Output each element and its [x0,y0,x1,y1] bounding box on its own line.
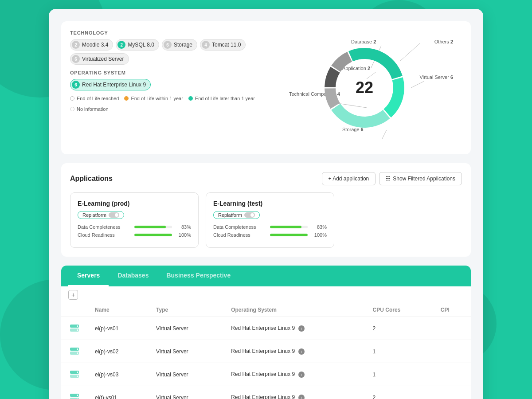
metric-label: Cloud Readiness [78,232,131,238]
metric-label: Data Completeness [213,224,266,230]
data-table: NameTypeOperating SystemCPU CoresCPI el(… [61,303,471,399]
label-others: Others 2 [434,39,453,44]
app-card[interactable]: E-Learning (test) Replatform Data Comple… [206,192,334,248]
row-cpi [434,386,471,399]
metric-value: 100% [176,232,191,238]
table-header-type: Type [149,303,224,317]
table-row[interactable]: el(t)-vs01 Virtual Server Red Hat Enterp… [61,386,471,399]
metric-bar-fill [134,226,166,228]
svg-point-16 [77,372,78,373]
metric-row-readiness: Cloud Readiness 100% [78,232,191,238]
metric-label: Data Completeness [78,224,131,230]
row-name: el(p)-vs01 [88,317,149,340]
metric-bar-bg [270,234,308,236]
row-icon-cell [61,317,88,340]
tab-item-business-perspective[interactable]: Business Perspective [157,266,239,286]
show-filtered-button[interactable]: ☷ Show Filtered Applications [379,172,462,185]
os-info-icon[interactable]: i [298,372,305,378]
technology-tag[interactable]: 2MySQL 8.0 [116,39,159,51]
table-row[interactable]: el(p)-vs01 Virtual Server Red Hat Enterp… [61,317,471,340]
app-card[interactable]: E-Learning (prod) Replatform Data Comple… [70,192,199,248]
table-header-cpi: CPI [434,303,471,317]
row-cpi [434,340,471,363]
row-os: Red Hat Enterprise Linux 9 i [224,340,365,363]
metric-bar-fill [270,226,301,228]
table-row[interactable]: el(p)-vs02 Virtual Server Red Hat Enterp… [61,340,471,363]
table-header-row: NameTypeOperating SystemCPU CoresCPI [61,303,471,317]
table-header-operating-system: Operating System [224,303,365,317]
metric-value: 83% [311,224,327,230]
metric-bar-bg [134,234,172,236]
svg-point-17 [77,376,78,377]
row-cpu: 1 [366,340,434,363]
legend-item: End of Life later than 1 year [188,96,255,101]
tab-item-servers[interactable]: Servers [68,266,109,286]
os-info-icon[interactable]: i [298,395,305,399]
technology-tag[interactable]: 2Moodle 3.4 [70,39,113,51]
tab-item-databases[interactable]: Databases [109,266,157,286]
row-type: Virtual Server [149,386,224,399]
metric-value: 83% [176,224,191,230]
table-header-cpu-cores: CPU Cores [366,303,434,317]
table-head: NameTypeOperating SystemCPU CoresCPI [61,303,471,317]
server-icon [68,322,81,334]
donut-segment [331,52,352,72]
technology-tag[interactable]: 6Storage [162,39,197,51]
row-name: el(p)-vs02 [88,340,149,363]
legend-item: End of Life within 1 year [124,96,183,101]
os-info-icon[interactable]: i [298,325,305,332]
metric-label: Cloud Readiness [213,232,266,238]
table-header-name: Name [88,303,149,317]
table-section: ServersDatabasesBusiness Perspective + N… [61,266,471,399]
svg-point-9 [77,329,78,331]
row-icon-cell [61,386,88,399]
row-os: Red Hat Enterprise Linux 9 i [224,363,365,386]
technology-tag[interactable]: 4Tomcat 11.0 [200,39,246,51]
os-tags: 6Red Hat Enterprise Linux 9 [70,79,267,90]
server-icon [68,345,81,357]
metric-value: 100% [311,232,327,238]
legend-item: End of Life reached [70,96,119,101]
metric-bar-fill [270,234,308,236]
expand-button[interactable]: + [68,290,78,300]
row-cpu: 2 [366,386,434,399]
table-col-icon [61,303,88,317]
table-controls: + [61,286,471,303]
app-cards: E-Learning (prod) Replatform Data Comple… [70,192,462,248]
row-cpi [434,363,471,386]
row-type: Virtual Server [149,340,224,363]
row-name: el(t)-vs01 [88,386,149,399]
btn-group: + Add application ☷ Show Filtered Applic… [322,172,462,185]
svg-point-20 [77,395,78,396]
filter-icon: ☷ [386,176,391,182]
donut-segment [383,77,404,117]
row-os: Red Hat Enterprise Linux 9 i [224,386,365,399]
row-type: Virtual Server [149,317,224,340]
os-label: OPERATING SYSTEM [70,70,267,75]
os-info-icon[interactable]: i [298,348,305,355]
svg-point-12 [77,348,78,350]
add-application-button[interactable]: + Add application [322,172,376,185]
server-icon [68,391,81,399]
donut-chart-container: Database 2 Others 2 Application 2 Virtua… [285,30,453,145]
technology-tag[interactable]: 6Virtualized Server [70,53,129,65]
badge-toggle[interactable] [109,212,119,218]
table-row[interactable]: el(p)-vs03 Virtual Server Red Hat Enterp… [61,363,471,386]
server-icon [68,368,81,380]
donut-segment [348,48,403,79]
metric-row-readiness: Cloud Readiness 100% [213,232,327,238]
label-virtual-server: Virtual Server 6 [419,74,453,80]
row-icon-cell [61,363,88,386]
row-type: Virtual Server [149,363,224,386]
badge-toggle[interactable] [244,212,255,218]
app-badge: Replatform [78,211,124,219]
metric-bar-bg [134,226,172,228]
main-card: TECHNOLOGY 2Moodle 3.42MySQL 8.06Storage… [49,9,483,399]
os-tag[interactable]: 6Red Hat Enterprise Linux 9 [70,79,151,90]
donut-chart: 22 [320,43,409,132]
applications-header: Applications + Add application ☷ Show Fi… [70,172,462,185]
svg-line-3 [411,81,424,88]
app-card-title: E-Learning (test) [213,200,327,207]
applications-title: Applications [70,175,113,183]
left-panel: TECHNOLOGY 2Moodle 3.42MySQL 8.06Storage… [70,30,267,145]
